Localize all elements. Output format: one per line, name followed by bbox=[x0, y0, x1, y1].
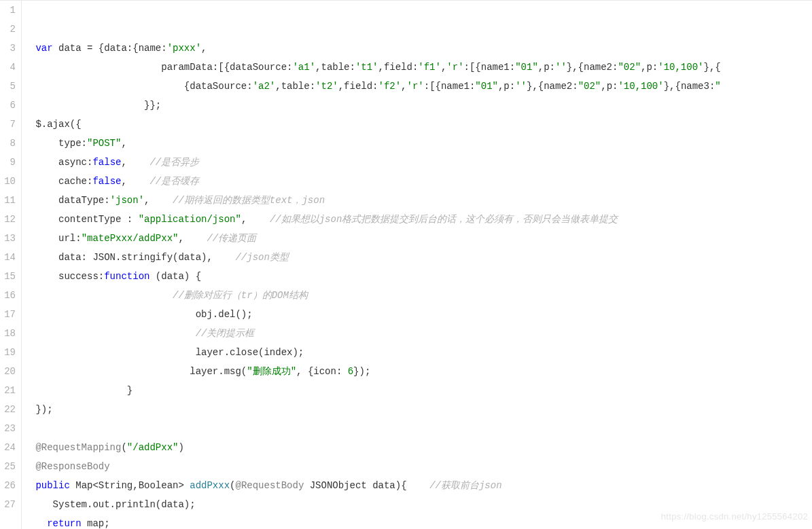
code-token bbox=[30, 328, 196, 339]
code-token: //json类型 bbox=[235, 252, 288, 263]
code-token: contentType : bbox=[30, 214, 139, 225]
code-token: , bbox=[401, 81, 406, 92]
code-token: dataType: bbox=[30, 195, 110, 206]
code-token: ) bbox=[178, 442, 183, 453]
code-token: 'f1' bbox=[418, 62, 441, 73]
code-line: cache:false, //是否缓存 bbox=[30, 172, 812, 191]
code-token: addPxxx bbox=[190, 480, 230, 491]
code-line: } bbox=[30, 381, 812, 400]
code-token: }}; bbox=[30, 100, 161, 111]
code-token: "/addPxx" bbox=[127, 442, 179, 453]
code-token: //如果想以json格式把数据提交到后台的话，这个必须有，否则只会当做表单提交 bbox=[270, 214, 618, 225]
line-number: 7 bbox=[0, 115, 16, 134]
line-number: 16 bbox=[0, 286, 16, 305]
code-token: }); bbox=[30, 404, 53, 415]
line-number: 18 bbox=[0, 324, 16, 343]
code-token: },{name2: bbox=[567, 62, 618, 73]
code-line: }); bbox=[30, 400, 812, 419]
code-token: ,field: bbox=[378, 62, 419, 73]
code-line: obj.del(); bbox=[30, 305, 812, 324]
code-token: "删除成功" bbox=[247, 366, 296, 377]
code-token: "01" bbox=[515, 62, 538, 73]
code-token: (data) { bbox=[149, 271, 201, 282]
code-token: 'a1' bbox=[292, 62, 315, 73]
code-token: //获取前台json bbox=[429, 480, 501, 491]
line-number: 8 bbox=[0, 134, 16, 153]
code-token: data = {data:{name: bbox=[53, 43, 167, 54]
line-number: 13 bbox=[0, 229, 16, 248]
code-content[interactable]: var data = {data:{name:'pxxx', paramData… bbox=[22, 1, 812, 529]
line-number: 25 bbox=[0, 457, 16, 476]
code-line: dataType:'json', //期待返回的数据类型text，json bbox=[30, 191, 812, 210]
line-number: 11 bbox=[0, 191, 16, 210]
code-line: async:false, //是否异步 bbox=[30, 153, 812, 172]
code-line: contentType : "application/json", //如果想以… bbox=[30, 210, 812, 229]
code-token: '10,100' bbox=[618, 81, 663, 92]
code-token: ,table: bbox=[315, 62, 355, 73]
code-token: JSONObject data){ bbox=[304, 480, 429, 491]
line-number: 14 bbox=[0, 248, 16, 267]
code-token: ,table: bbox=[275, 81, 315, 92]
code-token: false bbox=[92, 176, 121, 187]
code-line: data: JSON.stringify(data), //json类型 bbox=[30, 248, 812, 267]
code-token: 't1' bbox=[355, 62, 378, 73]
code-token: 'r' bbox=[407, 81, 424, 92]
code-token: , bbox=[178, 233, 207, 244]
code-token: 'r' bbox=[446, 62, 463, 73]
code-token: ,p: bbox=[601, 81, 618, 92]
code-token: //是否缓存 bbox=[149, 176, 199, 187]
code-token: },{ bbox=[703, 62, 720, 73]
code-line: $.ajax({ bbox=[30, 115, 812, 134]
code-token: //期待返回的数据类型text，json bbox=[173, 195, 325, 206]
code-line bbox=[30, 419, 812, 438]
code-token: {dataSource: bbox=[30, 81, 253, 92]
code-token: System.out.println(data); bbox=[30, 499, 196, 510]
code-token: , bbox=[241, 214, 270, 225]
code-token: '10,100' bbox=[658, 62, 703, 73]
code-line: var data = {data:{name:'pxxx', bbox=[30, 39, 812, 58]
code-token: }); bbox=[353, 366, 370, 377]
line-number: 4 bbox=[0, 58, 16, 77]
code-token: ,p: bbox=[641, 62, 658, 73]
code-token: @RequestBody bbox=[235, 480, 304, 491]
code-token bbox=[30, 423, 35, 434]
code-token: success: bbox=[30, 271, 104, 282]
code-token: :[{name1: bbox=[464, 62, 516, 73]
code-token: var bbox=[35, 43, 52, 54]
code-token: , bbox=[121, 176, 149, 187]
code-block: 1234567891011121314151617181920212223242… bbox=[0, 0, 812, 529]
line-number: 6 bbox=[0, 96, 16, 115]
code-token: return bbox=[47, 518, 81, 529]
code-line: type:"POST", bbox=[30, 134, 812, 153]
code-token: :[{name1: bbox=[424, 81, 476, 92]
code-token: , bbox=[201, 43, 207, 54]
code-token: async: bbox=[30, 157, 92, 168]
code-token: map; bbox=[82, 518, 110, 529]
code-token: "application/json" bbox=[139, 214, 241, 225]
line-number: 5 bbox=[0, 77, 16, 96]
code-token: "02" bbox=[578, 81, 601, 92]
line-number: 12 bbox=[0, 210, 16, 229]
line-number: 3 bbox=[0, 39, 16, 58]
line-number: 27 bbox=[0, 495, 16, 514]
code-token bbox=[30, 290, 173, 301]
code-token: "01" bbox=[475, 81, 498, 92]
code-token: , {icon: bbox=[296, 366, 348, 377]
line-number: 21 bbox=[0, 381, 16, 400]
code-token: },{name2: bbox=[527, 81, 578, 92]
code-line: System.out.println(data); bbox=[30, 495, 812, 514]
code-token: , bbox=[121, 157, 149, 168]
code-token: obj.del(); bbox=[30, 309, 253, 320]
code-token: $.ajax({ bbox=[30, 119, 82, 130]
code-token: ,p: bbox=[498, 81, 515, 92]
code-token: paramData:[{dataSource: bbox=[30, 62, 292, 73]
code-token: 'pxxx' bbox=[167, 43, 201, 54]
line-number-gutter: 1234567891011121314151617181920212223242… bbox=[0, 1, 22, 529]
code-token: } bbox=[30, 385, 133, 396]
line-number: 1 bbox=[0, 1, 16, 20]
code-token: 't2' bbox=[315, 81, 338, 92]
code-token: function bbox=[104, 271, 149, 282]
code-token: "matePxxx/addPxx" bbox=[82, 233, 179, 244]
code-token: public bbox=[35, 480, 69, 491]
line-number: 20 bbox=[0, 362, 16, 381]
